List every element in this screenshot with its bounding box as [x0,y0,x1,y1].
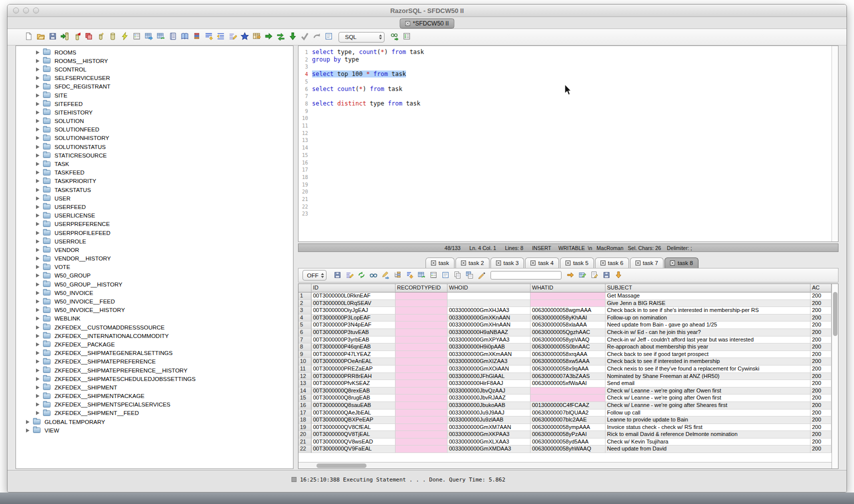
sidebar-item[interactable]: SCONTROL [16,65,293,74]
lightning-icon[interactable] [120,32,130,42]
book-icon[interactable] [180,32,190,42]
expand-triangle-icon[interactable] [36,316,40,320]
save-icon[interactable] [602,270,612,280]
table-cell[interactable]: 006300000058xw5AAA [530,358,606,366]
table-cell[interactable]: 200 [810,322,832,329]
sidebar-item[interactable]: USER [16,194,293,202]
table-cell[interactable]: 006300000058ypVAAQ [530,336,606,344]
row-number[interactable]: 6 [298,329,312,336]
expand-triangle-icon[interactable] [36,308,40,312]
table-cell[interactable]: 0033000000GmXLXAA3 [448,438,530,446]
sidebar-item[interactable]: VOTE [16,263,293,272]
close-tab-icon[interactable] [461,260,466,266]
sidebar-item[interactable]: ROOMS__HISTORY [16,56,293,65]
column-header[interactable]: SUBJECT [606,284,810,292]
expand-triangle-icon[interactable] [36,170,40,174]
expand-triangle-icon[interactable] [36,282,40,286]
result-tab[interactable]: task 6 [595,258,629,268]
row-number[interactable]: 12 [298,373,312,380]
row-number[interactable]: 14 [298,388,312,395]
sidebar-item[interactable]: ZKFEDEX__SHIPMATEPREFERENCE__HISTORY [16,366,293,374]
expand-triangle-icon[interactable] [36,222,40,226]
sidebar-item[interactable]: SITEFEED [16,100,293,108]
table-cell[interactable]: 00T3000000P3LopEAF [312,314,396,322]
sidebar-item[interactable]: SITEHISTORY [16,108,293,116]
star-icon[interactable] [240,32,250,42]
tree-format-icon[interactable] [392,270,402,280]
row-number[interactable]: 19 [298,424,312,432]
table-cell[interactable]: Check w/ Kevin Tsujihara [606,438,810,446]
table-cell[interactable] [396,416,448,424]
table-cell[interactable]: Check w/ Leanne - we're going after Owen… [606,394,810,402]
expand-triangle-icon[interactable] [36,386,40,390]
table-cell[interactable]: 006300000058x9qAAA [530,366,606,373]
commit-check-icon[interactable] [300,32,310,42]
table-cell[interactable]: Check-in w/ Ed - can he join this year? [606,329,810,336]
expand-triangle-icon[interactable] [36,136,40,140]
sidebar-item[interactable]: STATICRESOURCE [16,151,293,160]
table-cell[interactable]: 200 [810,380,832,388]
row-number[interactable]: 22 [298,446,312,453]
close-tab-icon[interactable] [431,260,436,266]
expand-triangle-icon[interactable] [36,368,40,372]
table-cell[interactable]: 0033000000GmXKPAA3 [448,431,530,438]
describe-glasses-icon[interactable] [390,32,400,42]
column-header[interactable]: WHATID [530,284,606,292]
expand-triangle-icon[interactable] [36,196,40,200]
table-cell[interactable]: 00T3000000POeAnEAL [312,358,396,366]
table-cell[interactable]: 0033000000H9aNBAAZ [448,329,530,336]
expand-triangle-icon[interactable] [36,394,40,398]
sidebar-item[interactable]: VENDOR [16,246,293,254]
expand-triangle-icon[interactable] [36,94,40,98]
row-number[interactable]: 7 [298,336,312,344]
sidebar-item[interactable]: SOLUTIONSTATUS [16,142,293,151]
table-cell[interactable]: Need update from David [606,446,810,453]
sidebar-item[interactable]: USERPROFILEFEED [16,228,293,237]
sidebar-item[interactable]: TASKPRIORITY [16,177,293,186]
table-cell[interactable]: 006300000058ympAAA [530,424,606,432]
table-cell[interactable]: 200 [810,438,832,446]
table-cell[interactable]: 200 [810,410,832,417]
table-cell[interactable] [396,438,448,446]
expand-triangle-icon[interactable] [36,256,40,260]
connect-db-icon[interactable] [60,32,70,42]
table-cell[interactable]: 200 [810,416,832,424]
table-cell[interactable]: 00T3000000P3yrbEAB [312,336,396,344]
table-cell[interactable] [396,424,448,432]
glasses-icon[interactable] [368,270,378,280]
sidebar-item[interactable]: W50_INVOICE__HISTORY [16,306,293,314]
table-cell[interactable]: 0033000000GmXM7AAN [448,424,530,432]
sql-line[interactable]: select type, count(*) from task [312,48,832,56]
results-search-input[interactable] [490,271,562,280]
table-cell[interactable]: 00T3000000Q8sauEAB [312,402,396,410]
row-number[interactable]: 3 [298,307,312,314]
expand-triangle-icon[interactable] [36,179,40,183]
table-cell[interactable]: 006300000058yPzAAI [530,431,606,438]
table-cell[interactable]: 0033000000JbvQzAAJ [448,388,530,395]
table-cell[interactable]: 00T3000000QAeJbEAL [312,410,396,417]
table-cell[interactable]: 200 [810,394,832,402]
expand-triangle-icon[interactable] [26,428,30,432]
table-cell[interactable] [448,300,530,308]
table-go-icon[interactable] [252,32,262,42]
sidebar-item[interactable]: VIEW [16,426,293,434]
table-cell[interactable]: 0033000000Ju9zlAAB [448,416,530,424]
table-cell[interactable]: Nominated by Shane Freeman at ANZ (HR50) [606,373,810,380]
table-cell[interactable]: 00T3000000QV9FaEAL [312,446,396,453]
table-cell[interactable]: 200 [810,373,832,380]
list-colored-icon[interactable] [192,32,202,42]
format-pencil-icon[interactable] [344,270,354,280]
fetch-down-icon[interactable] [288,32,298,42]
table-cell[interactable]: 00T3000000PRR8rEAH [312,373,396,380]
table-cell[interactable]: 0033000000JbukoAAB [448,402,530,410]
table-cell[interactable]: 0033000000GmXPYAA3 [448,336,530,344]
table-cell[interactable] [530,394,606,402]
table-cell[interactable] [396,336,448,344]
sql-code-area[interactable]: select type, count(*) from taskgroup by … [310,46,832,242]
new-document-icon[interactable] [24,32,34,42]
sidebar-item[interactable]: ZKFEDEX__PACKAGE [16,340,293,348]
expand-triangle-icon[interactable] [36,248,40,252]
close-tab-icon[interactable] [670,260,675,266]
sql-line[interactable] [312,78,832,86]
table-cell[interactable] [396,394,448,402]
